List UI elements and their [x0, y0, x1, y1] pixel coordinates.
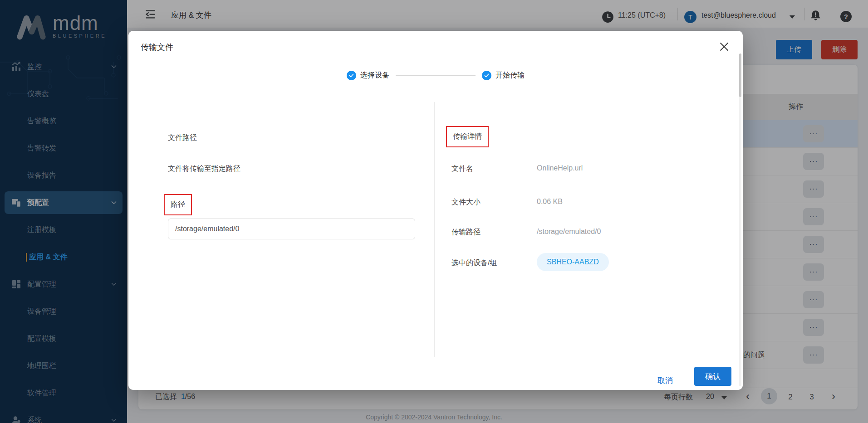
column-divider [434, 102, 435, 357]
transfer-details-title-annotated: 传输详情 [446, 126, 489, 147]
confirm-button[interactable]: 确认 [694, 367, 731, 386]
device-chip: SBHEO-AABZD [537, 253, 609, 271]
step-check-icon [347, 71, 356, 80]
step-check-icon [482, 71, 491, 80]
transfer-file-dialog: 传输文件 选择设备 开始传输 文件路径 文件将传输至指定路径 路径 传输 [128, 31, 743, 390]
transfer-path-value: /storage/emulated/0 [537, 228, 601, 236]
modal-scrollbar-track [739, 53, 741, 386]
dialog-title: 传输文件 [141, 42, 173, 53]
file-name-label: 文件名 [451, 164, 473, 174]
stepper: 选择设备 开始传输 [128, 71, 743, 80]
screen: mdm BLUESPHERE 监控仪表盘告警概览告警转发设备报告预配置注册模板应… [0, 0, 868, 423]
file-path-hint: 文件将传输至指定路径 [168, 164, 240, 174]
step-select-device: 选择设备 [347, 71, 389, 80]
step-connector [396, 75, 476, 76]
step-start-transfer: 开始传输 [482, 71, 525, 80]
modal-scrollbar-thumb[interactable] [739, 53, 741, 97]
transfer-path-label: 传输路径 [451, 228, 481, 237]
path-label-annotated: 路径 [164, 194, 192, 215]
file-name-value: OnlineHelp.url [537, 164, 583, 172]
selected-device-label: 选中的设备/组 [451, 258, 497, 268]
file-size-label: 文件大小 [451, 198, 481, 207]
file-size-value: 0.06 KB [537, 198, 563, 206]
path-input[interactable] [168, 219, 415, 239]
close-icon[interactable] [719, 42, 729, 52]
cancel-button[interactable]: 取消 [646, 371, 685, 390]
file-path-label: 文件路径 [168, 133, 197, 143]
